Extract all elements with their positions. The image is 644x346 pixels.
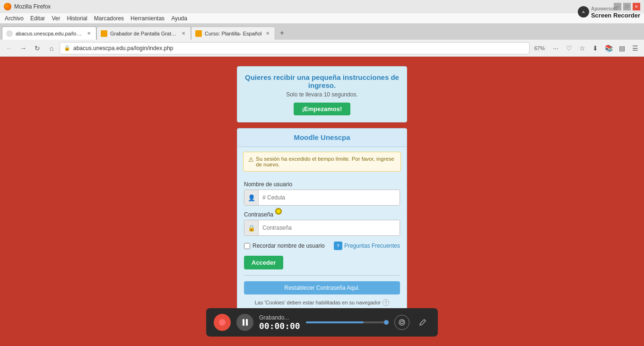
recording-pause-button[interactable] [236, 314, 253, 331]
warning-icon: ⚠ [248, 156, 254, 163]
pocket-button[interactable]: ♡ [563, 42, 575, 54]
recording-timer: 00:00:00 [259, 321, 300, 331]
home-button[interactable]: ⌂ [45, 42, 58, 54]
login-button[interactable]: Acceder [244, 256, 283, 269]
more-options-button[interactable]: ··· [549, 42, 562, 54]
zoom-badge: 67% [531, 45, 548, 52]
menu-archivo[interactable]: Archivo [2, 14, 26, 23]
username-group: Nombre de usuario 👤 [244, 181, 400, 206]
menu-herramientas[interactable]: Herramientas [128, 14, 167, 23]
reset-password-button[interactable]: Restablecer Contraseña Aqui. [244, 281, 400, 294]
reload-button[interactable]: ↻ [31, 42, 44, 54]
tab-2-favicon [101, 30, 107, 37]
tab-2-label: Grabador de Pantalla Gratis – C... [110, 31, 177, 36]
svg-point-0 [399, 320, 405, 325]
faq-link[interactable]: ? Preguntas Frecuentes [334, 242, 400, 250]
password-label: Contraseña [244, 211, 400, 218]
lock-field-icon: 🔒 [244, 220, 259, 235]
firefox-icon [4, 3, 11, 10]
address-bar-row: ← → ↻ ⌂ 🔒 abacus.unescpa.edu.pa/login/in… [0, 40, 644, 57]
login-card-title: Moodle Unescpa [294, 133, 350, 141]
user-icon: 👤 [244, 190, 259, 205]
back-button[interactable]: ← [3, 42, 15, 54]
title-bar: Mozilla Firefox ─ □ ✕ A Apowersoft Scree… [0, 0, 644, 13]
svg-point-2 [403, 320, 404, 321]
password-group: Contraseña 🔒 [244, 211, 400, 236]
recording-info: Grabando... 00:00:00 [259, 314, 300, 331]
form-options: Recordar nombre de usuario ? Preguntas F… [244, 242, 400, 250]
menu-bar: Archivo Editar Ver Historial Marcadores … [0, 13, 644, 24]
download-button[interactable]: ⬇ [589, 42, 601, 54]
session-warning-text: Su sesión ha excedido el tiempo límite. … [256, 156, 396, 167]
recording-bar: Grabando... 00:00:00 [206, 308, 438, 337]
username-input[interactable] [259, 190, 400, 205]
cookies-help-icon[interactable]: ? [383, 299, 389, 306]
welcome-banner: Quieres recibir una pequeña instruccione… [237, 66, 407, 122]
tab-1[interactable]: abacus.unescpa.edu.pa/login/inde... ✕ [2, 26, 96, 40]
tab-1-close[interactable]: ✕ [86, 30, 92, 37]
bookmark-button[interactable]: ☆ [576, 42, 588, 54]
forward-button[interactable]: → [17, 42, 29, 54]
faq-icon: ? [334, 242, 342, 250]
reader-view-button[interactable]: ▤ [616, 42, 628, 54]
recording-status: Grabando... [259, 314, 289, 321]
tab-bar: abacus.unescpa.edu.pa/login/inde... ✕ Gr… [0, 24, 644, 40]
page-content: Quieres recibir una pequeña instruccione… [0, 57, 644, 346]
menu-button[interactable]: ☰ [629, 42, 641, 54]
pause-bar-left [243, 319, 244, 326]
start-button[interactable]: ¡Empezamos! [294, 103, 351, 115]
divider [244, 275, 400, 276]
password-input-wrapper: 🔒 [244, 220, 400, 236]
tab-3-close[interactable]: ✕ [264, 30, 271, 37]
menu-ver[interactable]: Ver [49, 14, 63, 23]
menu-historial[interactable]: Historial [64, 14, 90, 23]
remember-label[interactable]: Recordar nombre de usuario [244, 242, 325, 249]
pause-bar-right [246, 319, 248, 326]
tab-2[interactable]: Grabador de Pantalla Gratis – C... ✕ [96, 26, 191, 40]
browser-title: Mozilla Firefox [14, 3, 51, 10]
new-tab-button[interactable]: + [275, 26, 288, 40]
tab-3-favicon [195, 30, 202, 37]
menu-marcadores[interactable]: Marcadores [91, 14, 127, 23]
login-wrapper: Quieres recibir una pequeña instruccione… [237, 66, 407, 314]
browser-chrome: Mozilla Firefox ─ □ ✕ A Apowersoft Scree… [0, 0, 644, 57]
tab-3[interactable]: Curso: Plantilla- Español ✕ [191, 26, 275, 40]
welcome-subtitle: Solo te llevara 10 segundos. [245, 91, 399, 98]
username-label: Nombre de usuario [244, 181, 400, 188]
pencil-icon [419, 319, 426, 326]
tab-1-label: abacus.unescpa.edu.pa/login/inde... [16, 31, 83, 36]
svg-point-1 [400, 321, 403, 324]
login-card-header: Moodle Unescpa [237, 129, 407, 147]
toolbar-icons: ··· ♡ ☆ ⬇ 📚 ▤ ☰ [549, 42, 641, 54]
cookies-notice: Las 'Cookies' deben estar habilitadas en… [244, 299, 400, 306]
lock-icon: 🔒 [64, 45, 70, 51]
webcam-icon [398, 319, 406, 326]
library-button[interactable]: 📚 [602, 42, 615, 54]
menu-ayuda[interactable]: Ayuda [168, 14, 190, 23]
screen-recorder-watermark: A Apowersoft Screen Recorder [578, 5, 640, 19]
login-card: Moodle Unescpa ⚠ Su sesión ha excedido e… [237, 128, 407, 314]
remember-checkbox[interactable] [244, 243, 250, 249]
address-text: abacus.unescpa.edu.pa/login/index.php [73, 45, 525, 52]
tab-1-favicon [6, 30, 13, 37]
apowersoft-logo: A [578, 6, 589, 17]
form-body: Nombre de usuario 👤 Contraseña 🔒 [237, 176, 407, 313]
welcome-title: Quieres recibir una pequeña instruccione… [245, 73, 399, 89]
password-input[interactable] [259, 220, 400, 235]
recording-stop-button[interactable] [214, 314, 231, 331]
address-bar[interactable]: 🔒 abacus.unescpa.edu.pa/login/index.php [60, 42, 530, 54]
slider-thumb [384, 320, 389, 325]
menu-editar[interactable]: Editar [27, 14, 48, 23]
recording-slider[interactable] [306, 321, 389, 323]
recording-annotate-button[interactable] [415, 315, 430, 330]
slider-fill [306, 321, 364, 323]
title-bar-left: Mozilla Firefox [4, 3, 51, 10]
stop-icon [219, 319, 226, 326]
tab-3-label: Curso: Plantilla- Español [205, 31, 261, 36]
recording-webcam-button[interactable] [394, 315, 409, 330]
username-input-wrapper: 👤 [244, 190, 400, 206]
screen-recorder-text: Apowersoft Screen Recorder [591, 5, 640, 19]
session-warning: ⚠ Su sesión ha excedido el tiempo límite… [243, 152, 401, 172]
tab-2-close[interactable]: ✕ [180, 30, 187, 37]
